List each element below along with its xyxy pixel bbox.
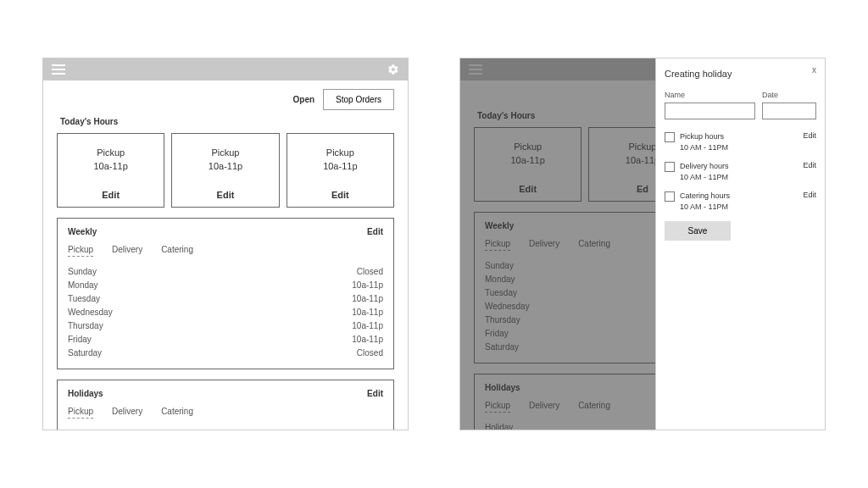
tab-pickup[interactable]: Pickup xyxy=(68,407,93,419)
day-value: 10a-11p xyxy=(352,292,383,306)
status-open: Open xyxy=(293,95,315,104)
hours-row-edit[interactable]: Edit xyxy=(803,191,816,199)
day-label: Wednesday xyxy=(68,306,113,319)
day-value: 10a-11p xyxy=(352,306,383,319)
day-label: Friday xyxy=(68,333,92,347)
hours-row-sub: 10 AM - 11PM xyxy=(680,202,798,213)
today-card: Pickup 10a-11p Edit xyxy=(171,133,279,208)
content: Open Stop Orders Today's Hours Pickup 10… xyxy=(43,80,408,430)
weekly-panel: Weekly Edit Pickup Delivery Catering Sun… xyxy=(57,218,394,369)
day-label: Thursday xyxy=(68,319,103,333)
day-label: Sunday xyxy=(68,265,97,279)
holiday-label: Holiday xyxy=(68,427,96,430)
hours-row-title: Delivery hours xyxy=(680,161,798,172)
today-card: Pickup 10a-11p Edit xyxy=(57,133,164,208)
menu-icon[interactable] xyxy=(52,64,65,75)
card-hours: 10a-11p xyxy=(323,161,357,171)
name-label: Name xyxy=(665,91,755,99)
tab-catering[interactable]: Catering xyxy=(161,407,193,419)
hours-row-sub: 10 AM - 11PM xyxy=(680,172,798,183)
day-value: Closed xyxy=(357,347,383,360)
today-cards: Pickup 10a-11p Edit Pickup 10a-11p Edit … xyxy=(57,133,394,208)
tab-delivery[interactable]: Delivery xyxy=(112,407,142,419)
close-icon[interactable]: x xyxy=(812,65,816,75)
section-title-today: Today's Hours xyxy=(60,117,394,126)
day-value: 10a-11p xyxy=(352,333,383,347)
hours-row: Delivery hours10 AM - 11PM Edit xyxy=(665,161,816,182)
drawer-title: Creating holiday xyxy=(665,69,816,79)
day-value: Closed xyxy=(357,265,383,279)
topbar xyxy=(43,58,408,80)
weekly-edit[interactable]: Edit xyxy=(367,227,383,236)
card-hours: 10a-11p xyxy=(93,161,127,171)
hours-row-edit[interactable]: Edit xyxy=(803,161,816,169)
card-edit[interactable]: Edit xyxy=(102,190,120,200)
card-title: Pickup xyxy=(211,146,239,158)
checkbox-delivery[interactable] xyxy=(665,162,675,172)
hours-row: Catering hours10 AM - 11PM Edit xyxy=(665,191,816,212)
date-label: Date xyxy=(762,91,816,99)
holidays-title: Holidays xyxy=(68,389,103,398)
holiday-value: Closed xyxy=(357,427,383,430)
day-label: Saturday xyxy=(68,347,102,360)
hours-row-edit[interactable]: Edit xyxy=(803,131,816,140)
card-title: Pickup xyxy=(326,146,354,158)
day-value: 10a-11p xyxy=(352,279,383,292)
card-edit[interactable]: Edit xyxy=(217,190,235,200)
date-input[interactable] xyxy=(762,103,816,119)
create-holiday-drawer: x Creating holiday Name Date Pickup hour… xyxy=(655,58,825,430)
stop-orders-button[interactable]: Stop Orders xyxy=(323,89,394,110)
hours-row-title: Catering hours xyxy=(680,191,798,202)
save-button[interactable]: Save xyxy=(665,221,731,241)
hours-row-sub: 10 AM - 11PM xyxy=(680,142,798,153)
hours-row: Pickup hours10 AM - 11PM Edit xyxy=(665,131,816,152)
card-edit[interactable]: Edit xyxy=(331,190,349,200)
card-title: Pickup xyxy=(97,146,125,158)
checkbox-catering[interactable] xyxy=(665,191,675,202)
tab-pickup[interactable]: Pickup xyxy=(68,245,93,257)
checkbox-pickup[interactable] xyxy=(665,132,675,142)
gear-icon[interactable] xyxy=(387,64,399,75)
holidays-panel: Holidays Edit Pickup Delivery Catering H… xyxy=(57,380,394,430)
tab-delivery[interactable]: Delivery xyxy=(112,245,142,257)
day-label: Tuesday xyxy=(68,292,100,306)
weekly-tabs: Pickup Delivery Catering xyxy=(68,245,383,257)
frame-hours-drawer: Today's Hours Pickup 10a-11p Edit Pickup… xyxy=(459,58,826,430)
weekly-title: Weekly xyxy=(68,227,97,236)
name-input[interactable] xyxy=(665,103,755,119)
frame-hours: Open Stop Orders Today's Hours Pickup 10… xyxy=(42,58,409,430)
card-hours: 10a-11p xyxy=(209,161,242,171)
holidays-tabs: Pickup Delivery Catering xyxy=(68,407,383,419)
holidays-edit[interactable]: Edit xyxy=(367,389,383,398)
hours-row-title: Pickup hours xyxy=(680,131,798,142)
tab-catering[interactable]: Catering xyxy=(161,245,193,257)
today-card: Pickup 10a-11p Edit xyxy=(287,133,394,208)
day-value: 10a-11p xyxy=(352,319,383,333)
day-label: Monday xyxy=(68,279,98,292)
